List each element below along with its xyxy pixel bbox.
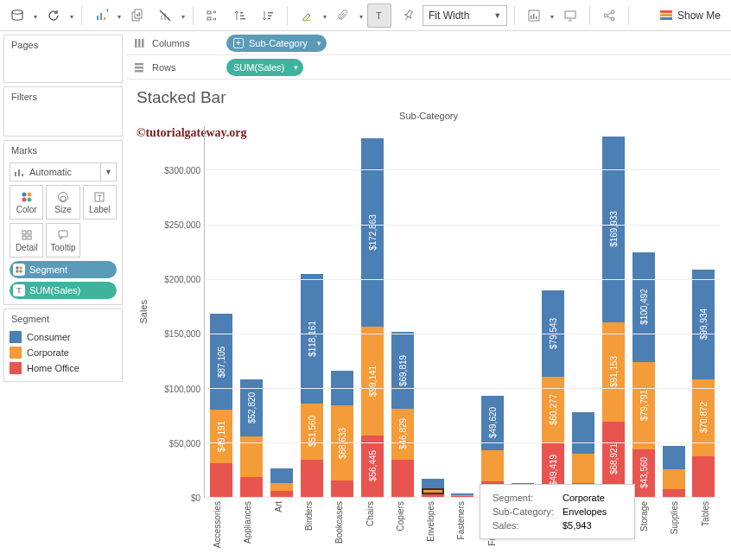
refresh-button[interactable]: ▾ — [41, 3, 66, 28]
duplicate-sheet-button[interactable] — [125, 3, 149, 28]
plot-area[interactable]: $49,191$87,105$52,820$51,560$118,161$68,… — [204, 126, 721, 498]
bar-segment[interactable] — [240, 477, 263, 497]
columns-pill[interactable]: + Sub-Category — [226, 35, 327, 52]
bar-segment[interactable] — [451, 493, 474, 495]
mark-type-select[interactable]: Automatic ▼ — [10, 162, 117, 181]
bar-group[interactable]: $49,620 — [481, 396, 504, 497]
attach-button[interactable]: ▾ — [331, 3, 355, 28]
bar-segment[interactable]: $99,141 — [361, 327, 384, 435]
bar-segment[interactable] — [481, 450, 504, 482]
show-me-button[interactable]: Show Me — [655, 10, 726, 22]
bar-segment[interactable] — [572, 454, 594, 483]
bar-segment[interactable]: $169,933 — [602, 137, 625, 322]
sum-sales-pill[interactable]: T SUM(Sales) — [10, 282, 117, 299]
bar-label: $49,191 — [217, 421, 226, 452]
bar-group[interactable]: $49,419$60,277$79,543 — [542, 290, 564, 497]
bar-segment[interactable]: $91,153 — [602, 322, 625, 422]
bar-segment[interactable]: $99,934 — [692, 270, 715, 379]
highlight-button[interactable]: ▾ — [295, 3, 319, 28]
tooltip-shelf[interactable]: Tooltip — [46, 223, 79, 258]
svg-point-50 — [19, 270, 22, 272]
bar-segment[interactable] — [663, 469, 685, 489]
svg-rect-44 — [22, 236, 26, 239]
y-tick-label: $100,000 — [164, 384, 200, 393]
bar-group[interactable]: $49,191$87,105 — [210, 314, 232, 497]
rows-shelf[interactable]: Rows SUM(Sales) — [126, 55, 731, 80]
bar-segment[interactable]: $118,161 — [301, 274, 323, 403]
bar-group[interactable] — [270, 468, 293, 498]
bar-segment[interactable]: $100,492 — [632, 252, 655, 362]
bar-segment[interactable]: $87,105 — [210, 314, 232, 409]
show-cards-button[interactable]: ▾ — [522, 3, 546, 28]
svg-point-36 — [22, 197, 26, 201]
x-tick-label: Art — [274, 501, 283, 512]
svg-point-30 — [611, 17, 614, 21]
size-shelf[interactable]: Size — [46, 185, 79, 220]
bar-segment[interactable]: $60,277 — [542, 377, 564, 442]
bar-segment[interactable]: $43,560 — [632, 449, 655, 497]
bar-group[interactable] — [663, 446, 685, 497]
bar-segment[interactable] — [663, 489, 685, 497]
filters-label: Filters — [4, 87, 122, 105]
bar-segment[interactable] — [331, 480, 353, 497]
bar-group[interactable]: $46,829$69,819 — [391, 332, 414, 497]
bar-segment[interactable] — [663, 446, 685, 470]
label-shelf[interactable]: T Label — [83, 185, 117, 220]
bar-segment[interactable] — [270, 468, 293, 483]
bar-segment[interactable]: $172,863 — [361, 138, 384, 328]
detail-shelf[interactable]: Detail — [10, 223, 43, 258]
bar-segment[interactable] — [422, 488, 444, 495]
bar-segment[interactable]: $79,791 — [632, 362, 655, 449]
bar-segment[interactable]: $69,819 — [391, 332, 414, 408]
legend-item[interactable]: Corporate — [10, 345, 117, 360]
svg-point-34 — [22, 192, 26, 196]
swap-rows-cols-button[interactable] — [200, 3, 225, 28]
bar-segment[interactable]: $51,560 — [301, 404, 323, 460]
bar-segment[interactable]: $46,829 — [391, 409, 414, 460]
presentation-button[interactable] — [558, 3, 582, 28]
legend-item[interactable]: Home Office — [10, 360, 117, 376]
bar-segment[interactable] — [572, 412, 594, 454]
columns-shelf[interactable]: Columns + Sub-Category — [126, 31, 731, 55]
x-axis-labels: AccessoriesAppliancesArtBindersBookcases… — [202, 498, 721, 550]
new-sheet-button[interactable]: + ▾ — [89, 3, 113, 28]
svg-rect-19 — [268, 15, 272, 16]
legend-item[interactable]: Consumer — [10, 329, 117, 345]
pin-button[interactable] — [395, 3, 419, 28]
bar-segment[interactable] — [270, 483, 293, 491]
rows-pill[interactable]: SUM(Sales) — [226, 59, 303, 76]
pages-panel: Pages — [3, 35, 123, 83]
bar-group[interactable]: $68,633 — [331, 371, 353, 497]
bar-group[interactable]: $43,560$79,791$100,492 — [632, 252, 655, 497]
fit-dropdown[interactable]: Fit Width ▼ — [423, 5, 507, 26]
bar-group[interactable]: $70,872$99,934 — [692, 270, 715, 497]
bar-segment[interactable] — [270, 491, 293, 497]
sort-desc-button[interactable] — [256, 3, 280, 28]
viz-title[interactable]: Stacked Bar — [137, 88, 721, 107]
legend-swatch — [10, 362, 22, 374]
clear-sheet-button[interactable]: ▾ — [153, 3, 177, 28]
bar-segment[interactable] — [391, 460, 414, 497]
bar-segment[interactable] — [301, 460, 323, 497]
label-toggle-button[interactable]: T — [367, 3, 391, 28]
share-button[interactable] — [597, 3, 621, 28]
bar-group[interactable]: $51,560$118,161 — [301, 274, 323, 497]
dropdown-arrow-icon: ▼ — [493, 11, 501, 20]
bar-segment[interactable] — [210, 463, 232, 497]
bar-segment[interactable]: $49,191 — [210, 410, 232, 463]
bar-group[interactable]: $52,820 — [240, 379, 263, 497]
bar-group[interactable] — [422, 479, 444, 497]
bar-segment[interactable]: $70,872 — [692, 379, 715, 457]
color-shelf[interactable]: Color — [10, 185, 43, 220]
data-source-button[interactable]: ▾ — [5, 3, 29, 28]
bar-segment[interactable] — [422, 479, 444, 488]
x-tick-label: Binders — [304, 501, 314, 531]
sort-asc-button[interactable] — [228, 3, 252, 28]
bar-segment[interactable] — [692, 456, 715, 497]
svg-rect-45 — [28, 236, 31, 239]
expand-icon: + — [233, 38, 244, 48]
legend-swatch — [10, 331, 22, 343]
segment-pill[interactable]: Segment — [10, 261, 117, 278]
bar-label: $52,820 — [247, 392, 257, 423]
bar-segment[interactable]: $56,445 — [361, 436, 384, 497]
